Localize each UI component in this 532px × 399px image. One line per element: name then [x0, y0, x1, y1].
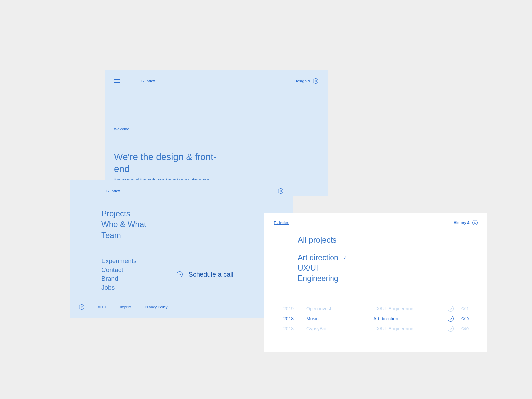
- filter-uxui[interactable]: UX/UI: [298, 263, 478, 273]
- row-name: Music: [300, 316, 367, 321]
- hero-headline-line: We're the design & front-end: [114, 151, 222, 175]
- schedule-call-button[interactable]: ↗ Schedule a call: [177, 257, 234, 292]
- arrow-icon: ↗: [448, 326, 454, 332]
- copyright-icon[interactable]: C: [278, 188, 283, 194]
- nav-brand[interactable]: Brand: [101, 274, 137, 283]
- nav-projects[interactable]: Projects: [101, 208, 283, 219]
- brand-logo[interactable]: T - Index: [105, 189, 120, 193]
- arrow-icon: ↗: [448, 316, 454, 322]
- row-year: 2018: [274, 326, 294, 331]
- arrow-icon[interactable]: ↗: [79, 304, 84, 310]
- row-name: GypsyBot: [300, 326, 367, 331]
- nav-experiments[interactable]: Experiments: [101, 257, 137, 266]
- primary-nav: Projects Who & What Team: [70, 194, 293, 241]
- copyright-icon[interactable]: C: [472, 220, 478, 225]
- filter-label: UX/UI: [298, 263, 318, 273]
- arrow-icon: ↗: [177, 271, 183, 277]
- cta-label: Schedule a call: [189, 271, 234, 278]
- hero-right-label: Design &: [294, 79, 310, 83]
- row-code: C/10: [461, 317, 474, 321]
- welcome-label: Welcome,: [105, 84, 328, 131]
- nav-team[interactable]: Team: [101, 230, 283, 241]
- row-name: Open invest: [300, 306, 367, 311]
- filter-art-direction[interactable]: Art direction ✓: [298, 253, 478, 263]
- brand-logo[interactable]: T - Index: [274, 221, 289, 225]
- row-year: 2019: [274, 306, 294, 311]
- brand-logo[interactable]: T - Index: [140, 79, 155, 83]
- menu-panel: T - Index C Projects Who & What Team Exp…: [70, 180, 293, 318]
- check-icon: ✓: [343, 255, 347, 261]
- row-category: UX/UI+Engineering: [373, 326, 440, 331]
- copyright-icon[interactable]: C: [313, 78, 318, 84]
- projects-right-label: History &: [454, 221, 470, 225]
- nav-jobs[interactable]: Jobs: [101, 283, 137, 292]
- table-row[interactable]: 2018 GypsyBot UX/UI+Engineering ↗ C/09: [274, 324, 478, 333]
- table-row[interactable]: 2018 Music Art direction ↗ C/10: [274, 314, 478, 324]
- row-code: C/11: [461, 307, 474, 311]
- row-year: 2018: [274, 316, 294, 321]
- secondary-nav: Experiments Contact Brand Jobs: [101, 257, 137, 292]
- row-category: Art direction: [373, 316, 440, 321]
- nav-who-what[interactable]: Who & What: [101, 219, 283, 230]
- row-category: UX/UI+Engineering: [373, 306, 440, 311]
- table-row[interactable]: 2019 Open invest UX/UI+Engineering ↗ C/1…: [274, 304, 478, 314]
- menu-header: T - Index C: [70, 180, 293, 194]
- projects-table: 2019 Open invest UX/UI+Engineering ↗ C/1…: [264, 284, 487, 333]
- close-icon[interactable]: [79, 191, 85, 191]
- arrow-icon: ↗: [448, 306, 454, 312]
- projects-title: All projects: [264, 225, 487, 245]
- project-filters: Art direction ✓ UX/UI Engineering: [264, 245, 487, 284]
- nav-contact[interactable]: Contact: [101, 266, 137, 275]
- filter-label: Engineering: [298, 273, 338, 284]
- menu-icon[interactable]: [114, 79, 120, 83]
- menu-footer: ↗ #TDT Imprint Privacy Policy →: [70, 304, 293, 318]
- projects-panel: T - Index History & C All projects Art d…: [264, 213, 487, 352]
- row-code: C/09: [461, 327, 474, 331]
- hero-panel: T - Index Design & C Welcome, We're the …: [105, 70, 328, 196]
- filter-label: Art direction: [298, 253, 338, 263]
- footer-imprint[interactable]: Imprint: [120, 305, 132, 309]
- projects-header: T - Index History & C: [264, 213, 487, 225]
- footer-privacy[interactable]: Privacy Policy: [145, 305, 167, 309]
- filter-engineering[interactable]: Engineering: [298, 273, 478, 284]
- hero-header: T - Index Design & C: [105, 70, 328, 84]
- footer-hashtag[interactable]: #TDT: [98, 305, 107, 309]
